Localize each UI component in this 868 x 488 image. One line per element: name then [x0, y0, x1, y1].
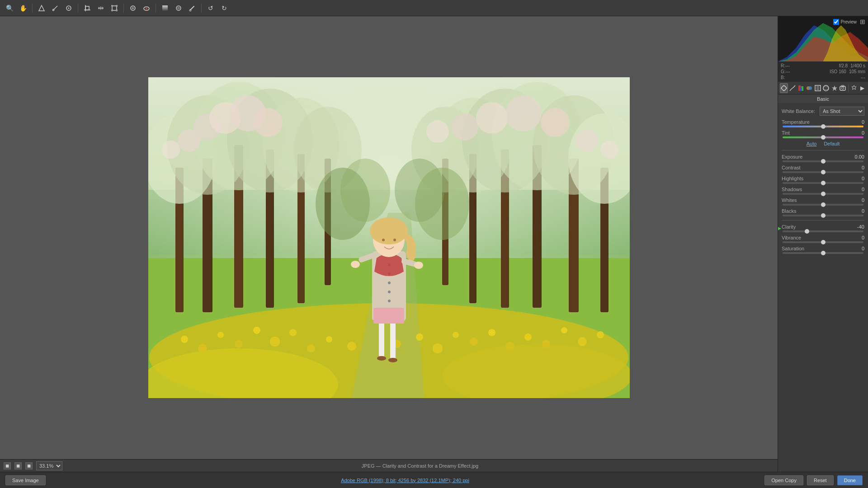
crop-tool[interactable]: [81, 2, 93, 14]
default-link[interactable]: Default: [824, 141, 840, 146]
tone-curve-btn[interactable]: [789, 83, 796, 93]
exposure-track[interactable]: [783, 160, 863, 162]
settings-btn[interactable]: [850, 83, 858, 93]
highlights-thumb[interactable]: [821, 181, 826, 185]
blacks-track[interactable]: [783, 215, 863, 216]
redo-button[interactable]: ↻: [218, 2, 230, 14]
white-balance-select[interactable]: As Shot Auto Daylight Cloudy Shade Tungs…: [820, 107, 864, 116]
vibrance-track[interactable]: [783, 241, 863, 243]
panel-tools-sep: [848, 84, 849, 92]
saturation-track[interactable]: [783, 252, 863, 254]
basic-section-header: Basic: [778, 94, 868, 104]
svg-point-111: [351, 261, 360, 268]
hand-tool[interactable]: ✋: [17, 2, 29, 14]
expand-histogram-btn[interactable]: ⊞: [860, 18, 865, 25]
brush-tool[interactable]: [186, 2, 198, 14]
auto-link[interactable]: Auto: [807, 141, 817, 146]
image-info-link[interactable]: Adobe RGB (1998); 8 bit; 4256 by 2832 (1…: [341, 478, 469, 483]
svg-point-129: [823, 85, 829, 91]
saturation-thumb[interactable]: [821, 251, 826, 255]
preview-checkbox[interactable]: [833, 19, 839, 25]
expand-panel-btn[interactable]: ▶: [859, 83, 866, 93]
radial-filter[interactable]: [173, 2, 184, 14]
svg-marker-131: [832, 85, 837, 91]
white-balance-tool[interactable]: [36, 2, 47, 14]
hsl-btn[interactable]: [797, 83, 804, 93]
camera-calib-btn[interactable]: [839, 83, 846, 93]
blacks-thumb[interactable]: [821, 213, 826, 218]
clarity-row: ▶ Clarity -40: [782, 224, 864, 232]
tint-thumb[interactable]: [821, 135, 826, 140]
svg-point-105: [373, 223, 405, 257]
auto-default-row: Auto Default: [782, 141, 864, 146]
svg-point-73: [181, 336, 188, 343]
transform-tool[interactable]: [108, 2, 120, 14]
save-image-button[interactable]: Save Image: [5, 475, 46, 485]
toolbar-separator-3: [123, 4, 124, 13]
done-button[interactable]: Done: [837, 475, 863, 485]
exposure-thumb[interactable]: [821, 159, 826, 164]
redeye-tool[interactable]: [141, 2, 152, 14]
whites-thumb[interactable]: [821, 202, 826, 207]
shadows-thumb[interactable]: [821, 192, 826, 196]
highlights-track[interactable]: [783, 182, 863, 184]
zoom-in-btn[interactable]: ◼: [14, 462, 22, 469]
r-label: R:: [781, 63, 785, 68]
temperature-thumb[interactable]: [821, 124, 826, 129]
shadows-track[interactable]: [783, 193, 863, 195]
contrast-thumb[interactable]: [821, 170, 826, 174]
zoom-select[interactable]: 33.1%: [36, 461, 62, 470]
whites-track[interactable]: [783, 204, 863, 206]
reset-button[interactable]: Reset: [807, 475, 834, 485]
clarity-thumb[interactable]: [805, 229, 809, 234]
svg-point-78: [270, 337, 280, 347]
split-toning-btn[interactable]: [806, 83, 813, 93]
clarity-track[interactable]: [783, 230, 863, 232]
tint-track[interactable]: [783, 136, 863, 138]
clarity-label: Clarity: [782, 224, 796, 230]
gradient-filter[interactable]: [159, 2, 171, 14]
shadows-label: Shadows: [782, 187, 802, 192]
panel-content[interactable]: White Balance: As Shot Auto Daylight Clo…: [778, 104, 868, 472]
temperature-track[interactable]: [783, 126, 863, 127]
image-container[interactable]: [0, 16, 778, 459]
open-copy-button[interactable]: Open Copy: [764, 475, 803, 485]
svg-point-76: [235, 340, 243, 348]
zoom-tool[interactable]: 🔍: [4, 2, 15, 14]
highlights-label: Highlights: [782, 176, 803, 181]
svg-point-77: [253, 327, 260, 334]
toolbar-separator-5: [201, 4, 202, 13]
straighten-tool[interactable]: [95, 2, 107, 14]
saturation-row: Saturation 0: [782, 246, 864, 254]
clarity-arrow-indicator: ▶: [778, 223, 781, 233]
focal-value: 105 mm: [849, 69, 865, 74]
targeted-adjustment-tool[interactable]: [63, 2, 75, 14]
zoom-out-btn[interactable]: ◼: [4, 462, 11, 469]
lens-corrections-btn[interactable]: [822, 83, 830, 93]
svg-point-30: [148, 348, 338, 398]
color-sample-tool[interactable]: [49, 2, 61, 14]
effects-btn[interactable]: [830, 83, 838, 93]
highlights-row: Highlights 0: [782, 176, 864, 184]
contrast-track[interactable]: [783, 171, 863, 173]
svg-rect-113: [373, 308, 404, 324]
undo-button[interactable]: ↺: [205, 2, 217, 14]
detail-btn[interactable]: [814, 83, 821, 93]
whites-row: Whites 0: [782, 197, 864, 206]
spot-removal-tool[interactable]: [127, 2, 139, 14]
vibrance-thumb[interactable]: [821, 240, 826, 244]
svg-point-100: [388, 263, 391, 266]
tint-value: 0: [851, 130, 864, 136]
zoom-fit-btn[interactable]: ◼: [25, 462, 33, 469]
svg-point-124: [808, 86, 812, 90]
temperature-label: Temperature: [782, 119, 810, 125]
basic-icon-btn[interactable]: [780, 83, 788, 93]
sky-layer: [148, 77, 630, 190]
svg-point-106: [370, 217, 408, 244]
svg-point-91: [542, 340, 550, 348]
svg-rect-109: [358, 253, 375, 263]
preview-label[interactable]: Preview: [840, 19, 857, 24]
svg-rect-28: [148, 258, 630, 398]
svg-point-98: [388, 358, 397, 362]
exif-bar: R: --- f/2.8 1/400 s G: --- ISO 160 105 …: [778, 61, 868, 82]
